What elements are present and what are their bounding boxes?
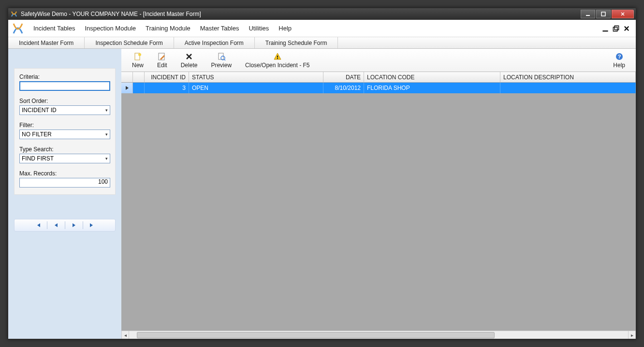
grid-header-location-code[interactable]: LOCATION CODE: [364, 72, 500, 82]
close-open-incident-button[interactable]: Close/Open Incident - F5: [238, 51, 316, 70]
svg-rect-11: [277, 58, 278, 59]
incident-grid[interactable]: INCIDENT ID STATUS DATE LOCATION CODE LO…: [121, 72, 636, 331]
cell-location-code[interactable]: FLORIDA SHOP: [364, 83, 500, 93]
svg-rect-2: [602, 30, 608, 31]
grid-header-date[interactable]: DATE: [323, 72, 364, 82]
sort-order-select[interactable]: INCIDENT ID ▾: [19, 105, 110, 115]
toolbar: New Edit Delete Preview Close/Open Incid…: [121, 49, 636, 72]
svg-text:?: ?: [617, 54, 621, 59]
chevron-down-icon: ▾: [105, 108, 108, 113]
grid-header: INCIDENT ID STATUS DATE LOCATION CODE LO…: [121, 72, 636, 83]
chevron-down-icon: ▾: [105, 156, 108, 161]
window-controls: [580, 10, 634, 18]
record-navigator: [14, 219, 116, 231]
tab-training-schedule[interactable]: Training Schedule Form: [255, 37, 338, 48]
new-button[interactable]: New: [125, 51, 150, 70]
grid-header-location-description[interactable]: LOCATION DESCRIPTION: [500, 72, 636, 82]
menu-master-tables[interactable]: Master Tables: [195, 22, 244, 35]
grid-header-blank[interactable]: [133, 72, 145, 82]
mdi-minimize-button[interactable]: [602, 25, 609, 32]
cell-incident-id[interactable]: 3: [145, 83, 189, 93]
sort-order-label: Sort Order:: [19, 98, 110, 104]
cell-status[interactable]: OPEN: [189, 83, 323, 93]
svg-rect-1: [601, 12, 605, 16]
preview-button[interactable]: Preview: [204, 51, 238, 70]
main-area: New Edit Delete Preview Close/Open Incid…: [121, 49, 636, 339]
row-indicator[interactable]: [121, 83, 133, 93]
svg-rect-4: [615, 26, 618, 29]
scroll-right-button[interactable]: ▸: [628, 331, 636, 339]
nav-first-button[interactable]: [29, 222, 47, 228]
menubar: Incident Tables Inspection Module Traini…: [8, 20, 636, 37]
max-records-label: Max. Records:: [19, 170, 110, 177]
delete-button[interactable]: Delete: [174, 51, 205, 70]
horizontal-scrollbar[interactable]: ◂ ▸: [121, 331, 636, 339]
sidebar: Criteria: Sort Order: INCIDENT ID ▾ Filt…: [8, 49, 121, 339]
nav-last-button[interactable]: [83, 222, 101, 228]
search-panel: Criteria: Sort Order: INCIDENT ID ▾ Filt…: [14, 68, 116, 195]
delete-icon: [185, 52, 193, 61]
max-records-value[interactable]: 100: [19, 178, 110, 188]
svg-point-6: [138, 53, 141, 56]
row-header-blank[interactable]: [121, 72, 133, 82]
titlebar[interactable]: SafetyWise Demo - YOUR COMPANY NAME - [I…: [8, 8, 636, 20]
type-search-select[interactable]: FIND FIRST ▾: [19, 154, 110, 163]
tab-active-inspection[interactable]: Active Inspection Form: [174, 37, 255, 48]
chevron-down-icon: ▾: [105, 132, 108, 137]
filter-label: Filter:: [19, 122, 110, 129]
criteria-input[interactable]: [19, 81, 110, 91]
cell-location-description[interactable]: [500, 83, 636, 93]
svg-rect-10: [277, 56, 278, 58]
mdi-close-button[interactable]: [623, 25, 630, 32]
menu-help[interactable]: Help: [274, 22, 296, 35]
new-icon: [133, 52, 142, 61]
maximize-button[interactable]: [596, 10, 611, 18]
scroll-left-button[interactable]: ◂: [121, 331, 129, 339]
app-icon: [10, 10, 18, 18]
edit-button[interactable]: Edit: [150, 51, 174, 70]
menu-inspection-module[interactable]: Inspection Module: [80, 22, 141, 35]
sub-toolbar: Incident Master Form Inspection Schedule…: [8, 37, 636, 49]
edit-icon: [158, 52, 166, 61]
svg-rect-0: [586, 15, 590, 16]
svg-rect-3: [613, 27, 617, 31]
nav-next-button[interactable]: [65, 223, 83, 228]
warning-icon: [273, 52, 282, 61]
preview-icon: [217, 52, 226, 61]
minimize-button[interactable]: [581, 10, 595, 18]
type-search-label: Type Search:: [19, 146, 110, 153]
help-button[interactable]: ? Help: [606, 51, 632, 70]
menu-incident-tables[interactable]: Incident Tables: [29, 22, 80, 35]
menu-utilities[interactable]: Utilities: [244, 22, 274, 35]
logo-icon: [11, 22, 25, 35]
app-window: SafetyWise Demo - YOUR COMPANY NAME - [I…: [8, 8, 636, 339]
scroll-thumb[interactable]: [137, 332, 495, 338]
cell-blank: [133, 83, 145, 93]
mdi-controls: [602, 25, 633, 32]
scroll-track[interactable]: [129, 331, 628, 339]
grid-header-status[interactable]: STATUS: [189, 72, 323, 82]
sort-order-value: INCIDENT ID: [22, 107, 57, 114]
help-icon: ?: [615, 52, 624, 61]
type-search-value: FIND FIRST: [22, 155, 54, 162]
filter-select[interactable]: NO FILTER ▾: [19, 130, 110, 139]
mdi-restore-button[interactable]: [613, 25, 619, 32]
window-title: SafetyWise Demo - YOUR COMPANY NAME - [I…: [21, 11, 580, 17]
cell-date[interactable]: 8/10/2012: [323, 83, 364, 93]
criteria-label: Criteria:: [19, 73, 110, 80]
close-button[interactable]: [612, 10, 634, 18]
nav-prev-button[interactable]: [47, 223, 65, 228]
filter-value: NO FILTER: [22, 131, 52, 138]
content-area: Criteria: Sort Order: INCIDENT ID ▾ Filt…: [8, 49, 636, 339]
tab-inspection-schedule[interactable]: Inspection Schedule Form: [85, 37, 174, 48]
menu-training-module[interactable]: Training Module: [141, 22, 195, 35]
tab-incident-master[interactable]: Incident Master Form: [8, 37, 85, 48]
table-row[interactable]: 3 OPEN 8/10/2012 FLORIDA SHOP: [121, 83, 636, 93]
grid-header-incident-id[interactable]: INCIDENT ID: [145, 72, 189, 82]
